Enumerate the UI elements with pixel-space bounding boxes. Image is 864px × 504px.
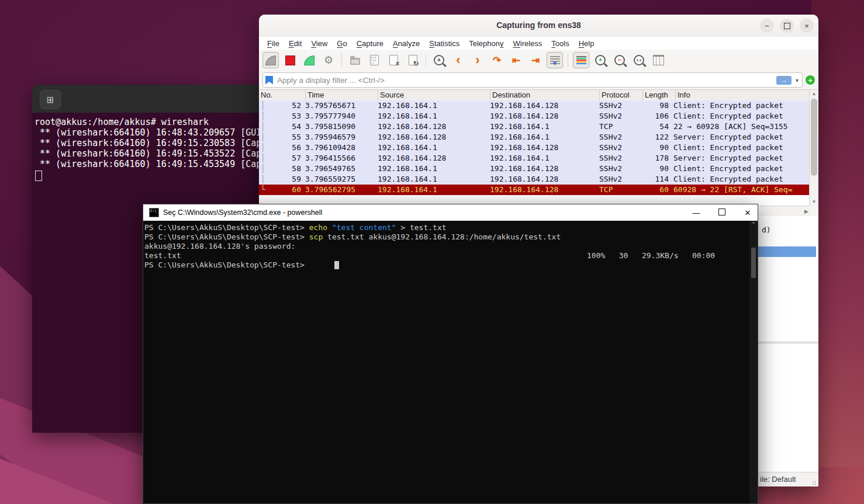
packet-destination: 192.168.164.128 bbox=[488, 111, 597, 121]
maximize-button[interactable] bbox=[718, 208, 726, 217]
next-packet-icon[interactable]: › bbox=[469, 52, 486, 68]
cmd-line: test.txt100% 30 29.3KB/s 00:00 bbox=[144, 251, 749, 260]
filter-dropdown-icon[interactable]: ▾ bbox=[794, 77, 800, 84]
packet-row[interactable]: │533.795777940192.168.164.1192.168.164.1… bbox=[259, 111, 810, 121]
start-capture-icon[interactable] bbox=[262, 52, 279, 68]
packet-protocol: SSHv2 bbox=[597, 153, 641, 164]
stop-capture-icon[interactable] bbox=[282, 52, 298, 68]
packet-list-rows: │523.795765671192.168.164.1192.168.164.1… bbox=[259, 100, 810, 195]
menu-analyze[interactable]: Analyze bbox=[388, 39, 424, 48]
resize-columns-icon[interactable] bbox=[650, 52, 666, 68]
menu-file[interactable]: File bbox=[262, 39, 284, 48]
wireshark-titlebar[interactable]: Capturing from ens38 −× bbox=[259, 15, 818, 37]
menu-telephony[interactable]: Telephony bbox=[464, 39, 508, 48]
previous-packet-icon[interactable]: ‹ bbox=[450, 52, 466, 68]
packet-row[interactable]: │553.795946579192.168.164.128192.168.164… bbox=[259, 132, 810, 142]
menu-edit[interactable]: Edit bbox=[284, 39, 306, 48]
cmd-text: akkus@192.168.164.128's password: bbox=[144, 242, 295, 251]
column-header-info[interactable]: Info bbox=[676, 90, 810, 100]
column-header-no[interactable]: No. bbox=[259, 90, 306, 100]
scroll-right-icon[interactable]: ▶ bbox=[804, 207, 808, 215]
maximize-button[interactable] bbox=[780, 19, 794, 33]
packet-ind: │ bbox=[259, 111, 267, 121]
minimize-button[interactable]: − bbox=[760, 19, 774, 33]
new-tab-button[interactable]: ⊞ bbox=[40, 90, 61, 109]
open-file-icon[interactable] bbox=[347, 52, 363, 68]
packet-list-scrollbar[interactable]: ▲ ▼ bbox=[809, 90, 818, 206]
terminal-cursor bbox=[35, 171, 42, 181]
scroll-down-icon[interactable]: ▼ bbox=[810, 199, 818, 206]
last-packet-icon[interactable]: ⇥ bbox=[527, 52, 544, 68]
packet-no: 52 bbox=[267, 100, 303, 111]
packet-row[interactable]: │593.796559275192.168.164.1192.168.164.1… bbox=[259, 174, 810, 185]
go-to-packet-icon[interactable]: ↷ bbox=[489, 52, 505, 68]
cmd-window[interactable]: C:\ Seç C:\Windows\System32\cmd.exe - po… bbox=[143, 204, 758, 504]
first-packet-icon[interactable]: ⇤ bbox=[508, 52, 524, 68]
reload-file-icon[interactable]: ↻ bbox=[405, 52, 421, 68]
close-button[interactable]: × bbox=[800, 19, 814, 33]
packet-length: 98 bbox=[641, 100, 671, 111]
menu-go[interactable]: Go bbox=[332, 39, 351, 48]
packet-row[interactable]: │573.796415566192.168.164.128192.168.164… bbox=[259, 153, 810, 164]
cmd-scrollbar[interactable]: ^ bbox=[749, 221, 758, 503]
packet-time: 3.795765671 bbox=[303, 100, 376, 111]
close-file-icon[interactable]: × bbox=[385, 52, 402, 68]
filter-bar: → ▾ + bbox=[259, 71, 818, 89]
cmd-text: test.txt akkus@192.168.164.128:/home/akk… bbox=[327, 232, 561, 241]
close-button[interactable]: ✕ bbox=[744, 209, 752, 217]
scrollbar-thumb[interactable] bbox=[751, 248, 756, 278]
packet-row[interactable]: └603.796562795192.168.164.1192.168.164.1… bbox=[259, 185, 810, 195]
packet-row[interactable]: │543.795815090192.168.164.128192.168.164… bbox=[259, 121, 810, 132]
packet-protocol: SSHv2 bbox=[597, 142, 641, 153]
minimize-button[interactable]: — bbox=[692, 209, 700, 217]
bookmark-icon[interactable] bbox=[265, 76, 273, 85]
display-filter-input[interactable] bbox=[276, 75, 773, 85]
find-packet-icon[interactable]: A bbox=[431, 52, 447, 68]
menu-view[interactable]: View bbox=[306, 39, 332, 48]
profile-label[interactable]: ile: Default bbox=[760, 472, 796, 486]
menu-statistics[interactable]: Statistics bbox=[424, 39, 464, 48]
menu-tools[interactable]: Tools bbox=[547, 39, 573, 48]
display-filter-box[interactable]: → ▾ bbox=[262, 72, 803, 88]
packet-row[interactable]: │583.796549765192.168.164.1192.168.164.1… bbox=[259, 164, 810, 174]
cmd-text: PS C:\Users\AkkuS\Desktop\SCP-test> bbox=[144, 260, 309, 269]
column-header-destination[interactable]: Destination bbox=[490, 90, 600, 100]
save-file-icon[interactable]: 01011011 bbox=[366, 52, 382, 68]
packet-ind: │ bbox=[259, 121, 267, 132]
packet-row[interactable]: │523.795765671192.168.164.1192.168.164.1… bbox=[259, 100, 810, 111]
maximize-icon bbox=[718, 208, 725, 215]
packet-destination: 192.168.164.1 bbox=[488, 132, 597, 142]
column-header-time[interactable]: Time bbox=[306, 90, 378, 100]
column-header-length[interactable]: Length bbox=[643, 90, 676, 100]
packet-no: 58 bbox=[267, 164, 303, 174]
colorize-icon[interactable] bbox=[573, 52, 589, 68]
cmd-titlebar[interactable]: C:\ Seç C:\Windows\System32\cmd.exe - po… bbox=[143, 204, 758, 221]
zoom-in-icon[interactable]: + bbox=[592, 52, 609, 68]
packet-length: 106 bbox=[641, 111, 671, 121]
scroll-up-icon[interactable]: ▲ bbox=[810, 91, 818, 98]
packet-source: 192.168.164.1 bbox=[376, 185, 488, 195]
packet-ind: │ bbox=[259, 153, 267, 164]
resize-grip[interactable] bbox=[812, 481, 817, 485]
add-filter-button[interactable]: + bbox=[806, 75, 815, 85]
packet-source: 192.168.164.128 bbox=[376, 121, 488, 132]
cmd-output[interactable]: PS C:\Users\AkkuS\Desktop\SCP-test> echo… bbox=[143, 221, 749, 503]
column-header-source[interactable]: Source bbox=[378, 90, 490, 100]
menu-help[interactable]: Help bbox=[574, 39, 599, 48]
column-header-protocol[interactable]: Protocol bbox=[600, 90, 643, 100]
menu-wireless[interactable]: Wireless bbox=[509, 39, 547, 48]
menu-capture[interactable]: Capture bbox=[352, 39, 388, 48]
scroll-up-icon[interactable]: ^ bbox=[749, 222, 758, 228]
packet-destination: 192.168.164.128 bbox=[488, 100, 597, 111]
restart-capture-icon[interactable] bbox=[301, 52, 317, 68]
packet-destination: 192.168.164.1 bbox=[488, 121, 597, 132]
apply-filter-button[interactable]: → bbox=[776, 76, 792, 85]
scrollbar-thumb[interactable] bbox=[811, 99, 817, 176]
zoom-original-icon[interactable]: 1:1 bbox=[631, 52, 647, 68]
cmd-line: PS C:\Users\AkkuS\Desktop\SCP-test> echo… bbox=[144, 223, 749, 232]
capture-options-icon[interactable]: ⚙ bbox=[320, 52, 337, 68]
auto-scroll-icon[interactable]: ▼ bbox=[547, 52, 563, 68]
packet-no: 56 bbox=[267, 142, 303, 153]
zoom-out-icon[interactable]: − bbox=[611, 52, 628, 68]
packet-row[interactable]: │563.796109428192.168.164.1192.168.164.1… bbox=[259, 142, 810, 153]
